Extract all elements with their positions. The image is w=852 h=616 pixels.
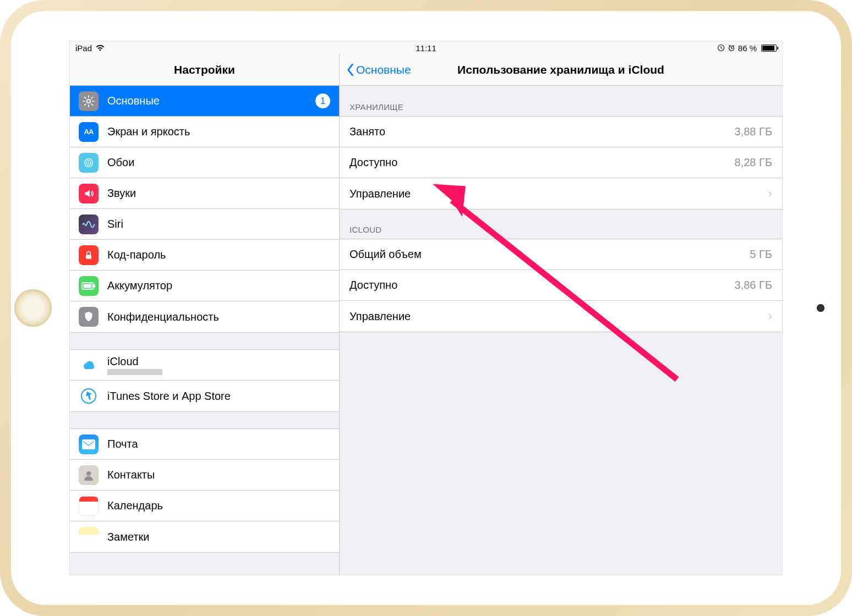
alarm-icon [728,44,735,52]
chevron-left-icon [346,63,354,76]
ipad-bezel: iPad 11:11 86 % [11,11,841,605]
sidebar-item-notes[interactable]: Заметки [70,521,339,552]
row-icloud-manage[interactable]: Управление › [340,301,782,332]
clock: 11:11 [416,43,436,53]
sidebar-item-label: Заметки [107,531,330,543]
detail-pane: Основные Использование хранилища и iClou… [340,54,782,575]
device-label: iPad [75,43,92,53]
sidebar-item-display[interactable]: AA Экран и яркость [70,117,339,147]
contacts-icon [79,465,99,485]
sidebar-item-label: Код-пароль [107,249,330,261]
sidebar-scroll[interactable]: Основные 1 AA Экран и яркость [70,86,339,575]
wifi-icon [95,44,105,52]
sidebar-item-battery[interactable]: Аккумулятор [70,271,339,301]
siri-icon [79,215,99,234]
sidebar-title: Настройки [70,54,339,86]
general-icon [79,91,99,111]
screen: iPad 11:11 86 % [69,41,783,575]
calendar-icon [79,496,99,516]
group-header-icloud: iCloud [340,219,782,239]
sounds-icon [79,184,99,204]
sidebar-item-siri[interactable]: Siri [70,209,339,240]
svg-point-2 [87,99,90,102]
sidebar-item-label: Экран и яркость [107,125,330,138]
row-value: 8,28 ГБ [735,156,772,169]
page-title: Использование хранилища и iCloud [457,63,664,76]
row-value: 3,86 ГБ [735,279,772,292]
sidebar-item-label: Основные [107,95,315,107]
sidebar-item-contacts[interactable]: Контакты [70,460,339,491]
row-value: 3,88 ГБ [735,125,772,138]
back-label: Основные [356,63,411,76]
sidebar-item-label: Звуки [107,187,330,200]
row-label: Управление [349,188,763,200]
sidebar-item-mail[interactable]: Почта [70,429,339,460]
home-button[interactable] [14,289,52,327]
row-storage-used: Занято 3,88 ГБ [340,117,782,147]
notes-icon [79,527,99,547]
sidebar-item-passcode[interactable]: Код-пароль [70,240,339,271]
row-label: Общий объем [349,248,750,261]
ipad-frame: iPad 11:11 86 % [0,0,852,616]
svg-rect-8 [94,284,95,288]
battery-percentage: 86 % [738,43,757,53]
row-storage-manage[interactable]: Управление › [340,178,782,209]
portrait-lock-icon [717,44,725,52]
sidebar-item-label: Контакты [107,469,330,481]
sidebar-item-icloud[interactable]: iCloud [70,350,339,381]
sidebar-item-label: Аккумулятор [107,279,330,292]
chevron-right-icon: › [768,186,772,201]
row-label: Управление [349,310,763,323]
sidebar-item-itunes[interactable]: iTunes Store и App Store [70,381,339,411]
group-header-storage: Хранилище [340,97,782,116]
svg-rect-11 [82,439,95,449]
settings-sidebar: Настройки Основные 1 [70,54,340,575]
row-storage-available: Доступно 8,28 ГБ [340,147,782,178]
row-value: 5 ГБ [750,248,772,261]
chevron-right-icon: › [768,309,772,323]
icloud-account-redacted [107,369,162,375]
privacy-icon [79,307,99,327]
battery-fill [762,46,774,51]
display-icon: AA [79,122,99,142]
battery-icon [79,276,99,296]
passcode-icon [79,245,99,265]
sidebar-item-label: Siri [107,218,330,230]
svg-point-5 [88,162,90,163]
itunes-icon [79,386,99,406]
svg-rect-6 [86,255,91,259]
battery-icon [761,45,777,52]
sidebar-item-wallpaper[interactable]: Обои [70,147,339,178]
front-camera [817,304,824,312]
sidebar-item-label: Почта [107,438,330,450]
sidebar-item-general[interactable]: Основные 1 [70,86,339,117]
icloud-icon [79,355,99,375]
row-label: Занято [349,125,735,138]
sidebar-item-label: Обои [107,156,330,169]
sidebar-item-label: Конфиденциальность [107,311,330,323]
row-icloud-total: Общий объем 5 ГБ [340,239,782,270]
sidebar-item-privacy[interactable]: Конфиденциальность [70,301,339,332]
svg-point-12 [86,471,91,476]
sidebar-item-label: Календарь [107,499,330,512]
detail-scroll[interactable]: Хранилище Занято 3,88 ГБ Доступно 8,28 Г… [340,86,782,575]
row-label: Доступно [349,279,735,292]
sidebar-item-calendar[interactable]: Календарь [70,491,339,521]
mail-icon [79,435,99,454]
row-label: Доступно [349,156,735,169]
notification-badge: 1 [315,94,330,108]
sidebar-item-sounds[interactable]: Звуки [70,178,339,209]
sidebar-item-label: iTunes Store и App Store [107,390,330,403]
sidebar-item-label: iCloud [107,355,162,368]
row-icloud-available: Доступно 3,86 ГБ [340,270,782,301]
wallpaper-icon [79,153,99,173]
back-button[interactable]: Основные [346,63,411,76]
status-bar: iPad 11:11 86 % [70,41,782,54]
svg-rect-9 [84,284,92,288]
detail-header: Основные Использование хранилища и iClou… [340,54,782,86]
